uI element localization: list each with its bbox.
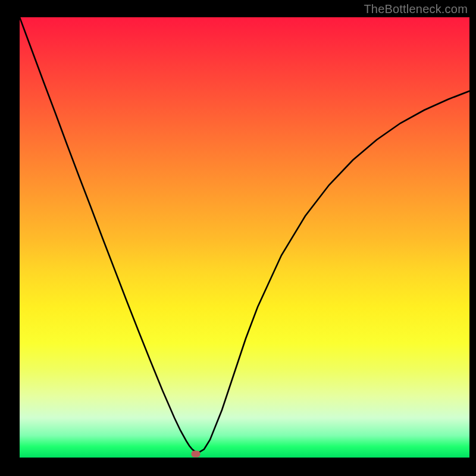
chart-plot-area: [20, 17, 469, 458]
watermark-text: TheBottleneck.com: [364, 2, 468, 16]
bottleneck-curve: [20, 17, 469, 458]
optimal-point-marker: [192, 451, 201, 458]
